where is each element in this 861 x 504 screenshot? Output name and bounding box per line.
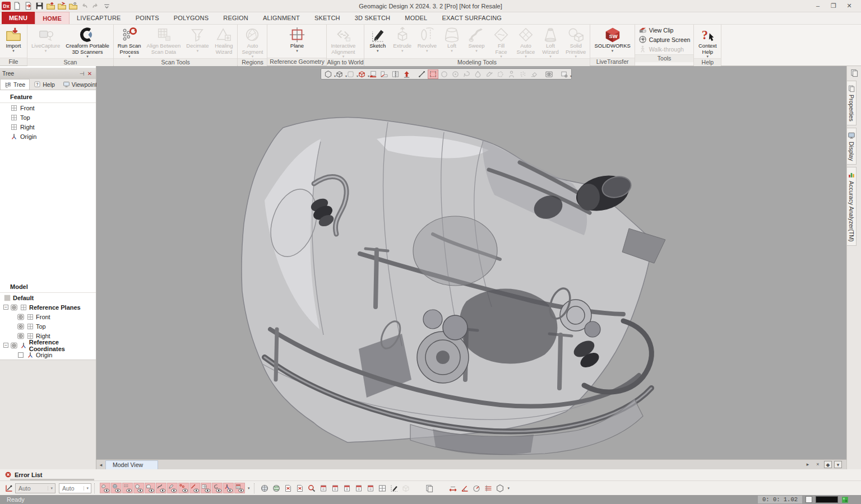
tab-menu[interactable]: MENU bbox=[2, 12, 35, 24]
front-view-icon[interactable] bbox=[318, 483, 329, 493]
measure-distance-icon[interactable] bbox=[448, 483, 459, 493]
close-view-tab-icon[interactable]: × bbox=[814, 461, 822, 468]
tab-alignment[interactable]: ALIGNMENT bbox=[256, 12, 307, 24]
orbit-view-icon[interactable] bbox=[271, 483, 282, 493]
align-plane-view-icon[interactable] bbox=[368, 69, 378, 79]
model-item-front[interactable]: Front bbox=[0, 312, 96, 321]
interactive-alignment-button[interactable]: Interactive Alignment▾ bbox=[328, 25, 358, 58]
left-view-icon[interactable] bbox=[342, 483, 353, 493]
customize-toolbar-icon[interactable] bbox=[102, 1, 112, 11]
view-clip-button[interactable]: View Clip bbox=[638, 26, 691, 34]
maximize-button[interactable]: ❐ bbox=[830, 2, 837, 10]
select-line-icon[interactable] bbox=[416, 69, 427, 79]
flip-plane-view-icon[interactable] bbox=[379, 69, 390, 79]
panel-tab-accuracy-analyzer[interactable]: Accuracy Analyzer(TM) bbox=[847, 167, 857, 246]
measure-section-icon[interactable] bbox=[483, 483, 494, 493]
top-view-icon[interactable] bbox=[365, 483, 376, 493]
model-item-default[interactable]: Default bbox=[0, 293, 96, 302]
scroll-tabs-left-icon[interactable]: ◂ bbox=[96, 462, 105, 468]
select-extend-icon[interactable] bbox=[529, 69, 539, 79]
selection-filter-combo[interactable]: Auto▾ bbox=[15, 483, 55, 493]
select-circle-icon[interactable] bbox=[439, 69, 450, 79]
sweep-button[interactable]: Sweep▾ bbox=[464, 25, 489, 58]
import-file-icon[interactable] bbox=[24, 1, 33, 11]
healing-wizard-button[interactable]: Healing Wizard▾ bbox=[211, 25, 236, 58]
more-tools-icon[interactable]: ▾ bbox=[507, 486, 511, 491]
sketch-button[interactable]: Sketch▾ bbox=[365, 25, 390, 58]
tree-item-top[interactable]: Top bbox=[0, 113, 96, 122]
solid-primitive-button[interactable]: Solid Primitive▾ bbox=[563, 25, 589, 58]
model-view-tab[interactable]: Model View bbox=[105, 460, 158, 470]
foreground-color-swatch[interactable] bbox=[816, 496, 838, 503]
select-lasso-icon[interactable] bbox=[461, 69, 472, 79]
background-color-swatch[interactable] bbox=[806, 496, 812, 503]
undo-icon[interactable] bbox=[80, 1, 89, 11]
panel-tab-help[interactable]: ? Help bbox=[30, 79, 59, 90]
auto-surface-button[interactable]: Auto Surface▾ bbox=[513, 25, 538, 58]
decimate-button[interactable]: Decimate▾ bbox=[183, 25, 211, 58]
run-scan-process-button[interactable]: Run Scan Process▾ bbox=[115, 25, 144, 58]
toolbar-separator[interactable] bbox=[413, 69, 416, 79]
tab-model[interactable]: MODEL bbox=[397, 12, 434, 24]
tab-3d-sketch[interactable]: 3D SKETCH bbox=[348, 12, 398, 24]
auto-segment-button[interactable]: Auto Segment▾ bbox=[239, 25, 266, 58]
walkthrough-view-icon[interactable] bbox=[401, 483, 411, 493]
snap-mode-combo[interactable]: Auto▾ bbox=[59, 483, 91, 493]
show-table-toggle[interactable] bbox=[234, 483, 245, 493]
open-settings-icon[interactable] bbox=[68, 1, 78, 11]
select-spray-icon[interactable] bbox=[517, 69, 528, 79]
select-flood-icon[interactable] bbox=[473, 69, 483, 79]
minimize-button[interactable]: – bbox=[814, 2, 822, 10]
tab-home[interactable]: HOME bbox=[35, 12, 70, 24]
visibility-eye-icon[interactable] bbox=[10, 304, 18, 311]
loft-wizard-button[interactable]: Loft Wizard▾ bbox=[538, 25, 563, 58]
panel-tab-tree[interactable]: Tree bbox=[0, 79, 30, 90]
show-mesh-toggle[interactable] bbox=[100, 483, 110, 493]
clipping-cube-icon[interactable]: ▾ bbox=[357, 69, 367, 79]
viewport-layout-icon[interactable] bbox=[377, 483, 388, 493]
creaform-scanners-button[interactable]: Creaform Portable 3D Scanners▾ bbox=[63, 25, 112, 58]
show-curve-toggle[interactable] bbox=[156, 483, 166, 493]
revolve-button[interactable]: Revolve▾ bbox=[415, 25, 439, 58]
panel-dock-icon[interactable] bbox=[849, 68, 859, 77]
select-rectangle-icon[interactable] bbox=[428, 69, 438, 79]
toolbar-separator[interactable] bbox=[413, 483, 423, 493]
overlay-mode-icon[interactable]: ▾ bbox=[345, 69, 356, 79]
tree-expander[interactable]: − bbox=[3, 305, 8, 310]
app-logo[interactable]: Dx bbox=[2, 2, 11, 10]
pin-icon[interactable]: ⊣ bbox=[78, 71, 86, 77]
tree-expander[interactable]: − bbox=[3, 343, 8, 348]
tab-sketch[interactable]: SKETCH bbox=[307, 12, 348, 24]
show-point-toggle[interactable] bbox=[178, 483, 189, 493]
measure-mesh-deviation-icon[interactable] bbox=[495, 483, 506, 493]
move-to-plane-icon[interactable] bbox=[401, 69, 412, 79]
plane-button[interactable]: Plane▾ bbox=[285, 25, 309, 58]
show-coordinate-toggle[interactable] bbox=[223, 483, 234, 493]
panel-tab-properties[interactable]: Properties bbox=[847, 81, 857, 125]
capture-screen-button[interactable]: Capture Screen bbox=[638, 35, 691, 44]
import-button[interactable]: Import▾ bbox=[1, 25, 26, 58]
show-surface-body-toggle[interactable] bbox=[145, 483, 155, 493]
tab-region[interactable]: REGION bbox=[216, 12, 256, 24]
measure-angle-icon[interactable] bbox=[460, 483, 470, 493]
select-polygon-icon[interactable] bbox=[495, 69, 506, 79]
toolbar-separator[interactable] bbox=[436, 483, 447, 493]
show-sketch-toggle[interactable] bbox=[167, 483, 178, 493]
select-paintbrush-icon[interactable] bbox=[484, 69, 494, 79]
close-button[interactable]: ✕ bbox=[845, 2, 853, 10]
tree-item-front[interactable]: Front bbox=[0, 103, 96, 113]
add-view-icon[interactable]: ◆ bbox=[824, 461, 832, 468]
normal-to-sketch-icon[interactable] bbox=[389, 483, 400, 493]
redo-icon[interactable] bbox=[91, 1, 100, 11]
toolbar-separator[interactable] bbox=[540, 69, 543, 79]
show-world-toggle[interactable] bbox=[111, 483, 122, 493]
rotate-view-icon[interactable] bbox=[260, 483, 270, 493]
model-item-reference-coordinates[interactable]: − Reference Coordinates bbox=[0, 340, 96, 350]
visibility-eye-icon[interactable] bbox=[17, 313, 25, 321]
open-file-icon[interactable] bbox=[57, 1, 67, 11]
open-recent-icon[interactable] bbox=[46, 1, 55, 11]
model-3d-view[interactable] bbox=[96, 66, 846, 459]
copy-viewpoint-icon[interactable] bbox=[424, 483, 435, 493]
show-region-toggle[interactable] bbox=[133, 483, 144, 493]
select-custom-region-icon[interactable] bbox=[506, 69, 517, 79]
